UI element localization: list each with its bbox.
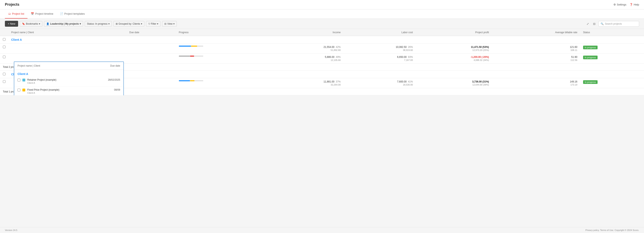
project-list-icon: 🗂 xyxy=(8,12,11,15)
progress-cell xyxy=(176,44,271,54)
labor-cost-cell: 7,600.00 41% 18,530.00 xyxy=(344,78,416,88)
tab-project-timeline[interactable]: 📅 Project timeline xyxy=(28,9,56,18)
client-group-header: Client A xyxy=(0,36,644,44)
app-header: Projects ⚙ Settings ❓ Help xyxy=(0,0,644,9)
due-date-cell xyxy=(126,78,176,88)
group-icon: ⊞ xyxy=(116,22,118,25)
view-button[interactable]: ⊟ View ▾ xyxy=(162,21,177,27)
project-profit-cell: 3,736.00 (31%) 12,644.00 (39%) xyxy=(416,78,492,88)
expand-icon[interactable]: ⤢ xyxy=(585,21,590,27)
chevron-down-icon-2: ▾ xyxy=(80,22,81,25)
panel-project-name: Fixed Price Project (example) xyxy=(27,88,102,91)
panel-project-client: Client A xyxy=(27,92,102,94)
panel-row-checkbox[interactable] xyxy=(18,78,20,82)
filter-icon-2[interactable]: ⊟ xyxy=(592,21,597,27)
bookmarks-button[interactable]: 🔖 Bookmarks ▾ xyxy=(20,21,42,27)
templates-icon: 📄 xyxy=(60,12,63,15)
avg-billable-rate-cell: 149.16 173.19 xyxy=(492,78,580,88)
panel-client-header: Client A xyxy=(14,70,124,76)
avg-billable-rate-cell: 51.90 112.56 xyxy=(492,54,580,64)
tab-project-templates[interactable]: 📄 Project templates xyxy=(56,9,88,18)
project-profit-cell: 11,471.50 (53%) 12,973.20 (25%) xyxy=(416,44,492,54)
income-cell: 11,881.00 37% 32,264.00 xyxy=(271,78,344,88)
panel-project-name: Retainer Project (example) xyxy=(27,78,102,81)
project-color-indicator xyxy=(22,88,25,92)
filter-button[interactable]: ▽ Filter ▾ xyxy=(146,21,161,27)
chevron-down-icon-3: ▾ xyxy=(108,22,110,25)
panel-header: Project name | Client Due date xyxy=(14,62,124,70)
income-col-header: Income xyxy=(271,29,344,36)
header-actions: ⚙ Settings ❓ Help xyxy=(614,3,639,6)
new-button[interactable]: + New xyxy=(5,21,18,27)
project-name-cell xyxy=(8,44,126,54)
chevron-down-icon: ▾ xyxy=(39,22,40,25)
progress-col-header: Progress xyxy=(176,29,271,36)
status-cell: In progress xyxy=(580,44,644,54)
project-profit-col-header: Project profit xyxy=(416,29,492,36)
timeline-icon: 📅 xyxy=(31,12,34,15)
client-name-cell: Client A xyxy=(8,36,644,44)
app-title: Projects xyxy=(5,2,19,7)
panel-project-row: Retainer Project (example) Client A 28/0… xyxy=(14,76,124,86)
panel-project-due-date: 08/09 xyxy=(104,88,120,91)
row-checkbox-cell[interactable] xyxy=(0,78,8,88)
status-cell: In progress xyxy=(580,78,644,88)
project-color-indicator xyxy=(22,78,25,82)
chevron-down-icon-6: ▾ xyxy=(173,22,174,25)
due-date-cell xyxy=(126,44,176,54)
client-checkbox-cell[interactable] xyxy=(0,71,8,78)
tab-project-list[interactable]: 🗂 Project list xyxy=(5,9,28,18)
labor-cost-cell: 6,650.00 93% 7,167.83 xyxy=(344,54,416,64)
view-icon: ⊟ xyxy=(164,22,166,25)
search-icon: 🔍 xyxy=(600,22,604,25)
settings-button[interactable]: ⚙ Settings xyxy=(614,3,626,6)
panel-row-checkbox[interactable] xyxy=(18,88,20,92)
panel-project-row: Fixed Price Project (example) Client A 0… xyxy=(14,86,124,95)
main-content: Project name | Client Due date Progress … xyxy=(0,29,644,95)
table-row: 21,554.00 42% 51,892.80 10,082.50 26% 38… xyxy=(0,44,644,54)
help-button[interactable]: ❓ Help xyxy=(630,3,639,6)
row-checkbox-cell[interactable] xyxy=(0,44,8,54)
tabs-bar: 🗂 Project list 📅 Project timeline 📄 Proj… xyxy=(0,9,644,19)
gear-icon: ⚙ xyxy=(614,3,616,6)
status-cell: In progress xyxy=(580,54,644,64)
chevron-down-icon-4: ▾ xyxy=(141,22,142,25)
income-cell: 5,886.00 49% 12,105.66 xyxy=(271,54,344,64)
status-filter-button[interactable]: Status: In progress ▾ xyxy=(85,21,112,27)
status-badge: In progress xyxy=(583,80,598,84)
labor-cost-col-header: Labor cost xyxy=(344,29,416,36)
due-date-cell xyxy=(126,54,176,64)
project-name-col-header: Project name | Client xyxy=(8,29,126,36)
status-col-header: Status xyxy=(580,29,644,36)
row-checkbox-cell[interactable] xyxy=(0,54,8,64)
filter-user-button[interactable]: 👤 Leadership | My projects ▾ xyxy=(44,21,83,27)
project-profit-cell: -1,200.00 (-20%) 4,088.32 (34%) xyxy=(416,54,492,64)
panel-project-client: Client A xyxy=(27,82,102,84)
chevron-down-icon-5: ▾ xyxy=(157,22,158,25)
avg-billable-rate-cell: 121.60 108.11 xyxy=(492,44,580,54)
toolbar: + New 🔖 Bookmarks ▾ 👤 Leadership | My pr… xyxy=(0,19,644,29)
bookmark-icon: 🔖 xyxy=(22,22,25,25)
status-badge: In progress xyxy=(583,46,598,49)
panel-project-due-date: 28/02/2025 xyxy=(104,78,120,81)
filter-icon: ▽ xyxy=(148,22,150,25)
panel-date-header: Due date xyxy=(100,64,120,67)
project-info: Fixed Price Project (example) Client A xyxy=(27,88,102,94)
project-name-panel: Project name | Client Due date Client A … xyxy=(14,62,124,95)
progress-cell xyxy=(176,54,271,64)
help-icon: ❓ xyxy=(630,3,633,6)
labor-cost-cell: 10,082.50 26% 38,919.60 xyxy=(344,44,416,54)
progress-cell xyxy=(176,78,271,88)
status-badge: In progress xyxy=(583,56,598,59)
client-checkbox-cell[interactable] xyxy=(0,36,8,44)
grouped-by-button[interactable]: ⊞ Grouped by: Clients ▾ xyxy=(114,21,144,27)
user-icon: 👤 xyxy=(46,22,49,25)
panel-name-header: Project name | Client xyxy=(18,64,100,67)
checkbox-col-header xyxy=(0,29,8,36)
avg-billable-rate-col-header: Average billable rate xyxy=(492,29,580,36)
search-box[interactable]: 🔍 Search projects xyxy=(598,21,639,27)
due-date-col-header: Due date xyxy=(126,29,176,36)
project-info: Retainer Project (example) Client A xyxy=(27,78,102,84)
income-cell: 21,554.00 42% 51,892.80 xyxy=(271,44,344,54)
